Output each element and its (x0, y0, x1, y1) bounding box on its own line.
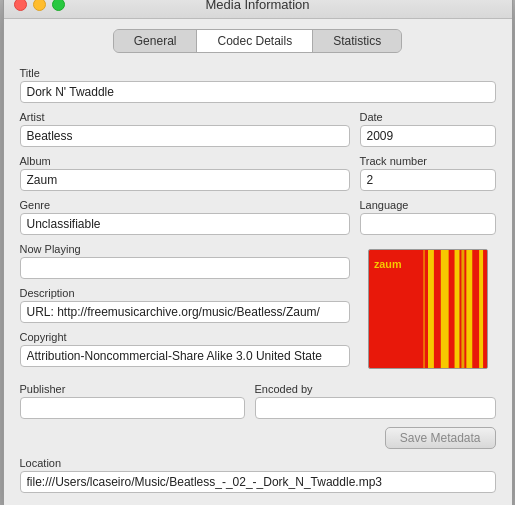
svg-text:zaum: zaum (373, 257, 401, 269)
save-metadata-button[interactable]: Save Metadata (385, 427, 496, 449)
date-col: Date (360, 111, 496, 147)
language-input[interactable] (360, 213, 496, 235)
copyright-label: Copyright (20, 331, 350, 343)
minimize-button[interactable] (33, 0, 46, 11)
save-btn-row: Save Metadata (20, 427, 496, 449)
copyright-group: Copyright (20, 331, 350, 367)
location-label: Location (20, 457, 496, 469)
date-label: Date (360, 111, 496, 123)
title-field-group: Title (20, 67, 496, 103)
track-col: Track number (360, 155, 496, 191)
track-label: Track number (360, 155, 496, 167)
svg-rect-11 (423, 250, 425, 368)
genre-language-row: Genre Language (20, 199, 496, 235)
track-input[interactable] (360, 169, 496, 191)
description-label: Description (20, 287, 350, 299)
tab-statistics[interactable]: Statistics (313, 30, 401, 52)
publisher-input[interactable] (20, 397, 245, 419)
svg-rect-2 (435, 250, 438, 368)
now-playing-input[interactable] (20, 257, 350, 279)
encoded-by-col: Encoded by (255, 383, 496, 419)
content-area: General Codec Details Statistics Title A… (4, 19, 512, 506)
close-button[interactable] (14, 0, 27, 11)
genre-label: Genre (20, 199, 350, 211)
artist-col: Artist (20, 111, 350, 147)
artist-label: Artist (20, 111, 350, 123)
location-group: Location (20, 457, 496, 493)
tab-bar: General Codec Details Statistics (113, 29, 402, 53)
title-input[interactable] (20, 81, 496, 103)
tab-codec-details[interactable]: Codec Details (197, 30, 313, 52)
copyright-input[interactable] (20, 345, 350, 367)
svg-rect-7 (466, 250, 472, 368)
encoded-by-input[interactable] (255, 397, 496, 419)
artist-date-row: Artist Date (20, 111, 496, 147)
album-label: Album (20, 155, 350, 167)
now-playing-group: Now Playing (20, 243, 350, 279)
description-group: Description (20, 287, 350, 323)
svg-rect-10 (485, 250, 487, 368)
date-input[interactable] (360, 125, 496, 147)
svg-rect-5 (454, 250, 459, 368)
publisher-encoded-row: Publisher Encoded by (20, 383, 496, 419)
genre-input[interactable] (20, 213, 350, 235)
svg-rect-9 (479, 250, 483, 368)
album-art: zaum (368, 249, 488, 369)
now-playing-art-row: Now Playing Description Copyright (20, 243, 496, 375)
title-bar: Media Information (4, 0, 512, 19)
genre-col: Genre (20, 199, 350, 235)
svg-rect-1 (428, 250, 434, 368)
svg-rect-4 (450, 250, 452, 368)
now-playing-label: Now Playing (20, 243, 350, 255)
album-art-col: zaum (360, 243, 496, 375)
album-col: Album (20, 155, 350, 191)
album-track-row: Album Track number (20, 155, 496, 191)
publisher-label: Publisher (20, 383, 245, 395)
album-art-svg: zaum (369, 250, 487, 368)
description-input[interactable] (20, 301, 350, 323)
maximize-button[interactable] (52, 0, 65, 11)
language-label: Language (360, 199, 496, 211)
artist-input[interactable] (20, 125, 350, 147)
traffic-lights (14, 0, 65, 11)
album-input[interactable] (20, 169, 350, 191)
svg-rect-3 (440, 250, 448, 368)
tab-general[interactable]: General (114, 30, 198, 52)
window-title: Media Information (205, 0, 309, 12)
encoded-by-label: Encoded by (255, 383, 496, 395)
svg-rect-8 (474, 250, 477, 368)
title-label: Title (20, 67, 496, 79)
now-playing-col: Now Playing Description Copyright (20, 243, 350, 375)
svg-rect-6 (461, 250, 464, 368)
media-information-window: Media Information General Codec Details … (3, 0, 513, 505)
language-col: Language (360, 199, 496, 235)
location-input[interactable] (20, 471, 496, 493)
publisher-col: Publisher (20, 383, 245, 419)
